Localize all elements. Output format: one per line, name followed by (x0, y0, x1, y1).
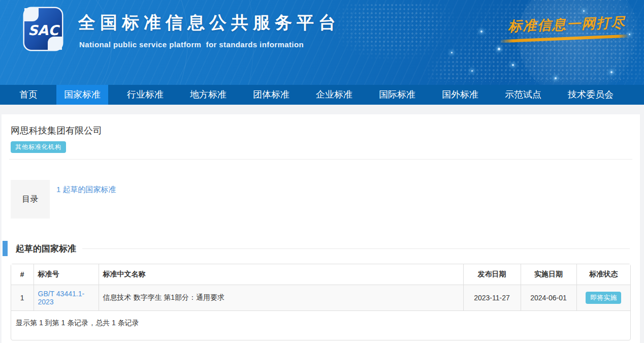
nav-item-technical-committees[interactable]: 技术委员会 (560, 85, 621, 105)
record-summary: 显示第 1 到第 1 条记录，总共 1 条记录 (11, 311, 630, 340)
standards-table-container: # 标准号 标准中文名称 发布日期 实施日期 标准状态 1 GB/T 43441… (11, 264, 631, 340)
site-subtitle: National public service platform for sta… (79, 40, 340, 49)
nav-item-pilot-projects[interactable]: 示范试点 (497, 85, 549, 105)
section-title: 起草的国家标准 (16, 243, 76, 255)
table-header-row: # 标准号 标准中文名称 发布日期 实施日期 标准状态 (11, 264, 630, 285)
glow-dot (480, 30, 482, 33)
standard-link[interactable]: GB/T 43441.1-2023 (38, 290, 85, 306)
nav-item-local-standards[interactable]: 地方标准 (182, 85, 234, 105)
nav-item-international-standards[interactable]: 国际标准 (371, 85, 423, 105)
status-badge: 即将实施 (586, 292, 621, 304)
main-nav: 首页 国家标准 行业标准 地方标准 团体标准 企业标准 国际标准 国外标准 示范… (0, 85, 644, 105)
glow-dot (610, 71, 613, 73)
glow-dot (471, 70, 473, 72)
implement-date-cell: 2024-06-01 (521, 285, 576, 310)
divider (9, 159, 632, 160)
nav-item-national-standards[interactable]: 国家标准 (56, 85, 108, 105)
header-title-block: 全国标准信息公共服务平台 National public service pla… (78, 11, 340, 49)
sac-logo-text: SAC (28, 22, 60, 38)
status-cell: 即将实施 (576, 285, 630, 310)
glow-dot (583, 10, 585, 12)
globe-decoration (518, 0, 640, 85)
toc-link-drafted-national-standards[interactable]: 1 起草的国家标准 (56, 185, 116, 194)
section-rule (82, 248, 630, 249)
glow-dot (451, 52, 453, 53)
sac-logo[interactable]: SAC (23, 7, 63, 53)
index-cell: 1 (11, 285, 34, 310)
toc-label: 目录 (11, 180, 50, 219)
nav-item-foreign-standards[interactable]: 国外标准 (434, 85, 486, 105)
site-title: 全国标准信息公共服务平台 (78, 11, 340, 35)
section-head: 起草的国家标准 (2, 241, 640, 256)
standard-name-cell: 信息技术 数字孪生 第1部分：通用要求 (99, 285, 463, 310)
col-header-status: 标准状态 (576, 264, 630, 285)
nav-item-home[interactable]: 首页 (12, 85, 45, 105)
col-header-publish-date: 发布日期 (463, 264, 521, 285)
col-header-index: # (11, 264, 34, 285)
nav-item-group-standards[interactable]: 团体标准 (245, 85, 297, 105)
col-header-standard-name: 标准中文名称 (99, 264, 463, 285)
site-header: SAC 全国标准信息公共服务平台 National public service… (0, 0, 644, 85)
glow-dot (629, 34, 630, 35)
publish-date-cell: 2023-11-27 (463, 285, 521, 310)
page-content: 网思科技集团有限公司 其他标准化机构 目录 1 起草的国家标准 起草的国家标准 … (2, 114, 640, 343)
glow-dot (512, 64, 514, 66)
section-accent-bar (3, 241, 8, 256)
standards-table: # 标准号 标准中文名称 发布日期 实施日期 标准状态 1 GB/T 43441… (11, 264, 630, 311)
table-row: 1 GB/T 43441.1-2023 信息技术 数字孪生 第1部分：通用要求 … (11, 285, 630, 310)
nav-item-industry-standards[interactable]: 行业标准 (119, 85, 171, 105)
standard-no-cell: GB/T 43441.1-2023 (34, 285, 99, 310)
col-header-standard-no: 标准号 (34, 264, 99, 285)
sac-logo-image: SAC (23, 7, 63, 51)
toc-body: 1 起草的国家标准 (50, 180, 631, 219)
nav-item-enterprise-standards[interactable]: 企业标准 (308, 85, 360, 105)
org-type-badge: 其他标准化机构 (11, 141, 66, 153)
glow-dot (498, 48, 500, 50)
toc-box: 目录 1 起草的国家标准 (11, 180, 631, 219)
org-name: 网思科技集团有限公司 (11, 124, 631, 137)
col-header-implement-date: 实施日期 (521, 264, 576, 285)
glow-dot (555, 77, 557, 79)
